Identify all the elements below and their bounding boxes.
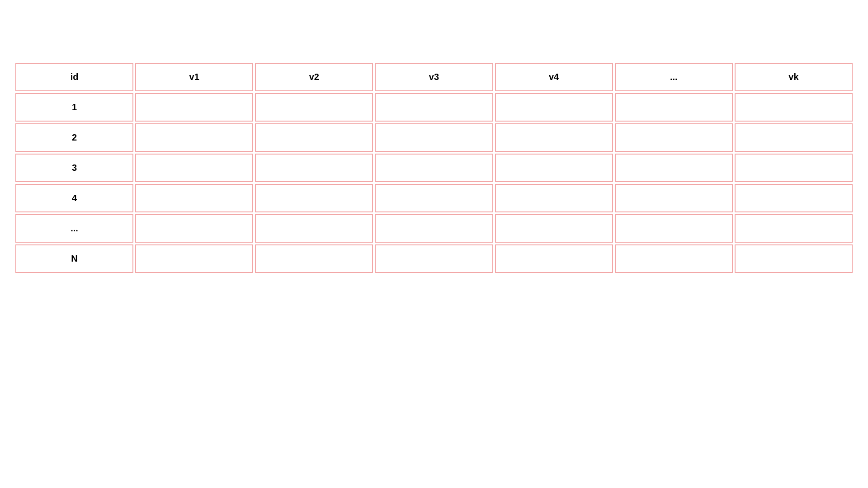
table-cell <box>135 154 253 182</box>
table-cell <box>255 93 373 122</box>
table-cell <box>255 154 373 182</box>
table-cell <box>255 244 373 273</box>
row-label: 4 <box>15 184 133 212</box>
table-cell <box>735 123 853 152</box>
table-cell <box>615 93 733 122</box>
table-cell <box>135 93 253 122</box>
table-cell <box>135 214 253 243</box>
table-cell <box>375 214 493 243</box>
table-cell <box>495 214 613 243</box>
table-cell <box>735 184 853 212</box>
table-cell <box>615 244 733 273</box>
table-cell <box>495 244 613 273</box>
table-cell <box>375 123 493 152</box>
table-cell <box>495 93 613 122</box>
table-cell <box>375 154 493 182</box>
table-cell <box>735 214 853 243</box>
table-cell <box>615 214 733 243</box>
table-row: N <box>15 244 853 273</box>
column-header-v3: v3 <box>375 63 493 91</box>
table-cell <box>255 123 373 152</box>
table-cell <box>375 93 493 122</box>
table-cell <box>495 154 613 182</box>
column-header-v4: v4 <box>495 63 613 91</box>
table-cell <box>375 184 493 212</box>
table-cell <box>255 214 373 243</box>
column-header-id: id <box>15 63 133 91</box>
table-cell <box>615 123 733 152</box>
table-row: 4 <box>15 184 853 212</box>
column-header-v1: v1 <box>135 63 253 91</box>
column-header-ellipsis: ... <box>615 63 733 91</box>
row-label: 3 <box>15 154 133 182</box>
table-cell <box>135 123 253 152</box>
table-cell <box>375 244 493 273</box>
table-cell <box>135 244 253 273</box>
row-label: 1 <box>15 93 133 122</box>
table-cell <box>735 244 853 273</box>
table-header-row: id v1 v2 v3 v4 ... vk <box>15 63 853 91</box>
table-cell <box>495 123 613 152</box>
table-cell <box>615 184 733 212</box>
table-cell <box>255 184 373 212</box>
table-cell <box>735 154 853 182</box>
table-cell <box>495 184 613 212</box>
table-row: 3 <box>15 154 853 182</box>
row-label: N <box>15 244 133 273</box>
schema-table-container: id v1 v2 v3 v4 ... vk 1 2 <box>14 61 854 275</box>
table-cell <box>735 93 853 122</box>
table-row: ... <box>15 214 853 243</box>
column-header-v2: v2 <box>255 63 373 91</box>
row-label: 2 <box>15 123 133 152</box>
table-row: 2 <box>15 123 853 152</box>
table-cell <box>615 154 733 182</box>
schema-table: id v1 v2 v3 v4 ... vk 1 2 <box>14 61 854 275</box>
table-cell <box>135 184 253 212</box>
column-header-vk: vk <box>735 63 853 91</box>
table-row: 1 <box>15 93 853 122</box>
row-label: ... <box>15 214 133 243</box>
